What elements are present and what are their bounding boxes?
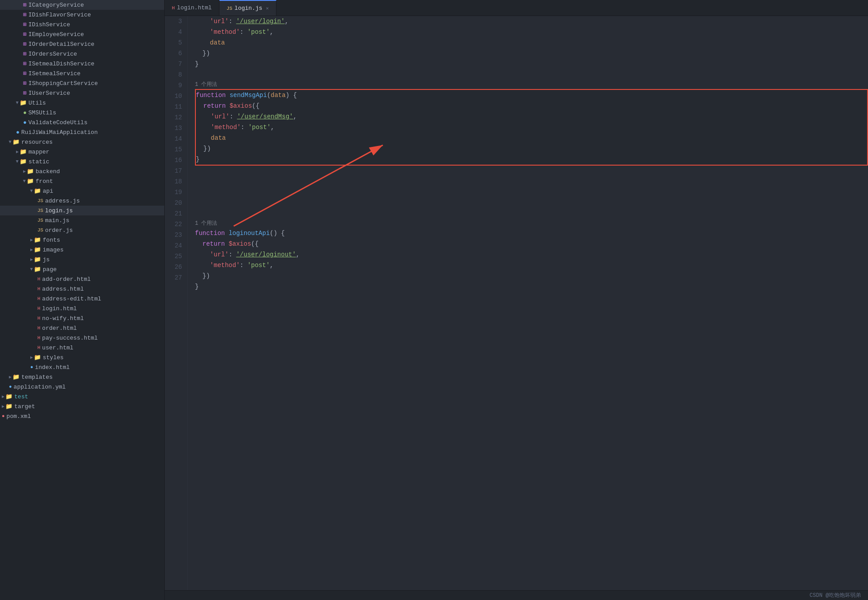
- arrow-icon: ▶: [29, 190, 34, 192]
- tree-item-IDishService[interactable]: ⊞ IDishService: [0, 20, 164, 29]
- tab-bar: H login.html JS login.js ✕: [165, 0, 868, 16]
- line-num-12: 12: [165, 112, 182, 123]
- tree-item-address-html[interactable]: H address.html: [0, 284, 164, 294]
- tab-login-html[interactable]: H login.html: [165, 0, 219, 16]
- tree-item-ISetmealService[interactable]: ⊞ ISetmealService: [0, 69, 164, 78]
- line-num-16: 16: [165, 155, 182, 166]
- html-icon: H: [37, 335, 41, 341]
- tree-item-no-wify-html[interactable]: H no-wify.html: [0, 313, 164, 323]
- tree-label: order.html: [42, 325, 77, 332]
- folder-icon: 📁: [20, 148, 27, 155]
- line-num-24: 24: [165, 240, 182, 251]
- tree-item-IOrderDetailService[interactable]: ⊞ IOrderDetailService: [0, 39, 164, 49]
- tree-item-utils[interactable]: ▶ 📁 Utils: [0, 98, 164, 108]
- line-num-14: 14: [165, 134, 182, 144]
- tree-item-pom-xml[interactable]: ● pom.xml: [0, 411, 164, 421]
- tree-item-SMSUtils[interactable]: ● SMSUtils: [0, 108, 164, 118]
- js-icon: JS: [37, 208, 43, 213]
- tree-item-pay-success-html[interactable]: H pay-success.html: [0, 333, 164, 343]
- tree-item-js[interactable]: ▶ 📁 js: [0, 255, 164, 264]
- tree-item-login-js[interactable]: JS login.js: [0, 206, 164, 215]
- app-icon: ●: [16, 129, 20, 136]
- tree-label: backend: [36, 168, 60, 175]
- tree-label: index.html: [35, 364, 70, 371]
- tree-label: address.js: [45, 198, 80, 204]
- tree-item-test[interactable]: ▶ 📁 test: [0, 392, 164, 401]
- tree-item-IOrdersService[interactable]: ⊞ IOrdersService: [0, 49, 164, 59]
- tree-item-backend[interactable]: ▶ 📁 backend: [0, 166, 164, 176]
- tree-item-ICategoryService[interactable]: ⊞ ICategoryService: [0, 0, 164, 10]
- tree-label: pay-success.html: [42, 335, 98, 341]
- code-line-16: [195, 166, 868, 176]
- hint-2-text: 1 个用法: [195, 218, 217, 229]
- tree-item-page[interactable]: ▶ 📁 page: [0, 264, 164, 274]
- tree-item-address-js[interactable]: JS address.js: [0, 196, 164, 206]
- tree-item-fonts[interactable]: ▶ 📁 fonts: [0, 235, 164, 245]
- tree-item-IDishFlavorService[interactable]: ⊞ IDishFlavorService: [0, 10, 164, 20]
- tree-item-index-html[interactable]: ● index.html: [0, 362, 164, 372]
- line-num-19: 19: [165, 187, 182, 198]
- tree-item-application-yaml[interactable]: ● application.yml: [0, 382, 164, 392]
- line-numbers: 3 4 5 6 7 8 9 10 11 12 13 14 15 16 17 18…: [165, 16, 188, 590]
- tree-label: IShoppingCartService: [28, 80, 98, 87]
- tree-item-templates[interactable]: ▶ 📁 templates: [0, 372, 164, 382]
- tree-item-order-html[interactable]: H order.html: [0, 323, 164, 333]
- tree-label: address-edit.html: [42, 296, 101, 302]
- tree-item-main-js[interactable]: JS main.js: [0, 215, 164, 225]
- xml-icon: ●: [2, 414, 5, 419]
- line-num-17: 17: [165, 166, 182, 176]
- tree-label: main.js: [45, 217, 69, 224]
- editor-content: 3 4 5 6 7 8 9 10 11 12 13 14 15 16 17 18…: [165, 16, 868, 590]
- tree-label: templates: [21, 374, 53, 381]
- arrow-icon: ▶: [23, 169, 26, 174]
- tree-item-login-html[interactable]: H login.html: [0, 304, 164, 313]
- tree-item-IEmployeeService[interactable]: ⊞ IEmployeeService: [0, 29, 164, 39]
- code-line-13: data: [196, 133, 867, 143]
- tree-item-api[interactable]: ▶ 📁 api: [0, 186, 164, 196]
- tree-label: api: [43, 188, 53, 195]
- code-line-11: 'url': '/user/sendMsg',: [196, 111, 867, 122]
- tree-item-IShoppingCartService[interactable]: ⊞ IShoppingCartService: [0, 78, 164, 88]
- tab-login-js[interactable]: JS login.js ✕: [219, 0, 276, 16]
- tree-item-target[interactable]: ▶ 📁 target: [0, 401, 164, 411]
- html-icon: H: [37, 286, 41, 292]
- tree-item-mapper[interactable]: ▶ 📁 mapper: [0, 147, 164, 157]
- service-icon: ⊞: [23, 50, 27, 57]
- tree-label: IOrderDetailService: [28, 41, 94, 48]
- arrow-icon: ▶: [30, 355, 33, 360]
- tree-item-IUserService[interactable]: ⊞ IUserService: [0, 88, 164, 98]
- folder-icon: 📁: [34, 266, 41, 273]
- tree-item-front[interactable]: ▶ 📁 front: [0, 176, 164, 186]
- tree-item-ValidateCodeUtils[interactable]: ● ValidateCodeUtils: [0, 118, 164, 127]
- tree-item-order-js[interactable]: JS order.js: [0, 225, 164, 235]
- service-icon: ⊞: [23, 80, 27, 87]
- arrow-icon: ▶: [30, 237, 33, 243]
- line-num-5: 5: [165, 37, 182, 48]
- tree-item-resources[interactable]: ▶ 📁 resources: [0, 137, 164, 147]
- service-icon: ⊞: [23, 31, 27, 38]
- html-icon: H: [37, 316, 41, 321]
- tab-close-button[interactable]: ✕: [266, 5, 269, 11]
- tree-item-user-html[interactable]: H user.html: [0, 343, 164, 353]
- tree-item-address-edit-html[interactable]: H address-edit.html: [0, 294, 164, 304]
- line-num-15: 15: [165, 144, 182, 155]
- tree-label: resources: [21, 139, 53, 146]
- watermark-text: CSDN @吃饱饱坏弱弟: [810, 592, 861, 599]
- tree-label: SMSUtils: [28, 109, 56, 116]
- tree-item-ISetmealDishService[interactable]: ⊞ ISetmealDishService: [0, 59, 164, 69]
- folder-icon: 📁: [27, 178, 34, 185]
- tree-label: static: [28, 158, 49, 165]
- tree-item-styles[interactable]: ▶ 📁 styles: [0, 353, 164, 362]
- tree-label: js: [43, 256, 50, 263]
- code-line-24: 'method': 'post',: [195, 260, 868, 271]
- tree-item-static[interactable]: ▶ 📁 static: [0, 157, 164, 166]
- tree-item-add-order-html[interactable]: H add-order.html: [0, 274, 164, 284]
- tree-label: ISetmealService: [28, 70, 81, 77]
- folder-icon: 📁: [5, 393, 12, 400]
- folder-icon: 📁: [34, 187, 41, 195]
- tree-item-images[interactable]: ▶ 📁 images: [0, 245, 164, 255]
- code-area[interactable]: 'url': '/user/login', 'method': 'post', …: [188, 16, 868, 590]
- hint-1: 1 个用法: [195, 80, 868, 89]
- code-line-15: }: [196, 154, 867, 165]
- tree-item-RuiJiWaiMaiApplication[interactable]: ● RuiJiWaiMaiApplication: [0, 127, 164, 137]
